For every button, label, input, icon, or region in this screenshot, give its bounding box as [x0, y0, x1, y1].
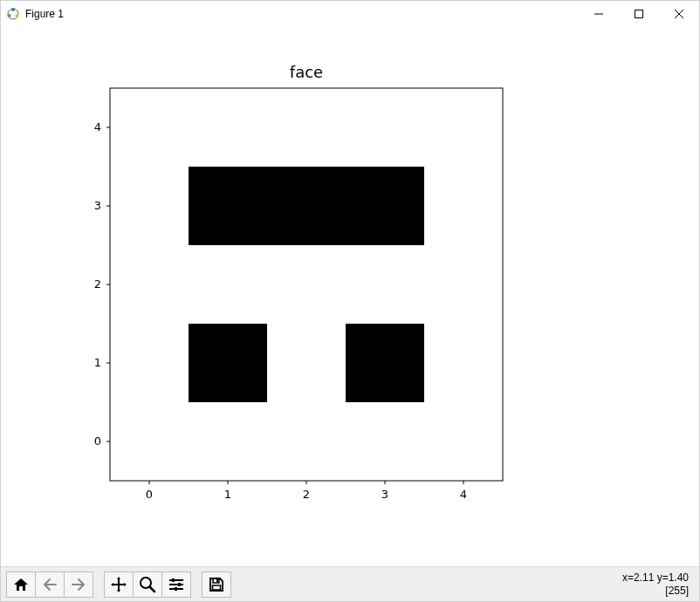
x-tick-label: 4 [460, 488, 467, 501]
x-tick-label: 2 [303, 488, 310, 501]
heatmap-cell [424, 245, 503, 324]
save-icon [209, 577, 224, 592]
heatmap-cell [346, 245, 424, 324]
y-tick-label: 0 [94, 434, 101, 448]
heatmap-cell [189, 402, 267, 481]
maximize-button[interactable] [619, 1, 659, 27]
y-tick-label: 1 [94, 356, 101, 369]
heatmap-cell [267, 324, 346, 402]
minimize-button[interactable] [579, 1, 619, 27]
window-title: Figure 1 [25, 8, 64, 20]
titlebar: Figure 1 [1, 1, 699, 27]
search-icon [139, 576, 156, 593]
toolbar-group-view [104, 571, 191, 598]
heatmap-cell [267, 88, 346, 167]
heatmap-cell [267, 402, 346, 481]
move-icon [110, 576, 127, 593]
chart-title: face [290, 63, 323, 81]
y-tick-label: 3 [94, 199, 101, 212]
heatmap-cell [189, 88, 267, 167]
y-tick-group: 01234 [94, 120, 110, 448]
svg-point-3 [8, 14, 11, 17]
y-tick-label: 4 [94, 120, 101, 133]
heatmap-cell [346, 324, 424, 402]
heatmap-cell [189, 324, 267, 402]
svg-rect-21 [172, 578, 175, 582]
heatmap-cell [267, 245, 346, 324]
svg-rect-23 [178, 583, 181, 586]
pan-button[interactable] [104, 571, 134, 598]
status-coords: x=2.11 y=1.40 [622, 571, 689, 584]
heatmap-cell [346, 402, 424, 481]
x-tick-label: 0 [146, 488, 153, 501]
x-tick-label: 3 [381, 488, 388, 501]
heatmap-cell [110, 167, 189, 245]
heatmap-cells [110, 88, 503, 481]
svg-rect-28 [213, 585, 221, 590]
forward-button[interactable] [64, 571, 93, 598]
y-tick-label: 2 [94, 277, 101, 291]
back-button[interactable] [35, 571, 65, 598]
svg-point-2 [16, 14, 19, 17]
heatmap-cell [110, 88, 189, 167]
window-root: Figure 1 face 01234 01234 [0, 0, 700, 602]
status-readout: x=2.11 y=1.40 [255] [622, 571, 694, 597]
heatmap-cell [110, 402, 189, 481]
svg-rect-5 [635, 10, 643, 18]
svg-rect-27 [216, 579, 218, 582]
heatmap-cell [110, 324, 189, 402]
subplots-button[interactable] [161, 571, 191, 598]
heatmap-cell [189, 167, 267, 245]
figure-canvas[interactable]: face 01234 01234 [1, 27, 699, 566]
arrow-right-icon [71, 578, 86, 592]
sliders-icon [168, 577, 185, 592]
home-button[interactable] [6, 571, 36, 598]
x-tick-label: 1 [224, 488, 231, 501]
zoom-button[interactable] [133, 571, 162, 598]
heatmap-cell [110, 245, 189, 324]
arrow-left-icon [42, 578, 58, 592]
home-icon [12, 577, 30, 592]
status-value: [255] [622, 585, 689, 597]
toolbar-group-nav [6, 571, 93, 598]
heatmap-cell [424, 167, 503, 245]
svg-line-19 [150, 587, 154, 592]
svg-point-1 [11, 8, 15, 11]
heatmap-cell [346, 88, 424, 167]
x-tick-group: 01234 [146, 481, 467, 501]
heatmap-cell [424, 402, 503, 481]
save-button[interactable] [202, 571, 231, 598]
heatmap-cell [424, 324, 503, 402]
svg-rect-25 [175, 587, 177, 591]
app-icon [6, 7, 20, 21]
close-button[interactable] [659, 1, 699, 27]
heatmap-cell [346, 167, 424, 245]
heatmap-cell [189, 245, 267, 324]
heatmap-cell [424, 88, 503, 167]
toolbar: x=2.11 y=1.40 [255] [1, 566, 699, 601]
toolbar-group-save [202, 571, 231, 598]
heatmap-cell [267, 167, 346, 245]
